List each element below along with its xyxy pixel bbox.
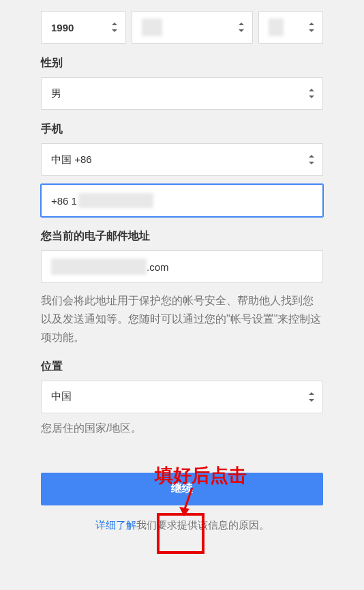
learn-more-link[interactable]: 详细了解 [95,519,136,531]
location-select[interactable]: 中国 [41,381,323,413]
censored-placeholder [142,18,162,36]
updown-icon [309,89,314,98]
svg-marker-1 [179,507,189,516]
phone-label: 手机 [41,122,323,136]
gender-value: 男 [51,87,61,100]
birth-year-select[interactable]: 1990 [41,11,126,44]
location-value: 中国 [51,390,72,403]
birth-day-select[interactable] [258,11,323,44]
censored-placeholder [269,18,284,36]
continue-button[interactable]: 继续 [41,473,323,505]
updown-icon [239,23,244,32]
phone-country-select[interactable]: 中国 +86 [41,143,323,176]
censored-placeholder [78,193,153,208]
email-input[interactable]: .com [41,250,323,283]
phone-number-input[interactable]: +86 1 [41,184,323,217]
phone-country-value: 中国 +86 [51,153,92,166]
updown-icon [309,392,314,402]
updown-icon [309,155,314,164]
continue-label: 继续 [171,482,193,494]
location-help-text: 您居住的国家/地区。 [41,419,323,437]
bottom-info-rest: 我们要求提供该信息的原因。 [136,519,269,531]
email-label: 您当前的电子邮件地址 [41,229,323,244]
birth-month-select[interactable] [132,11,253,44]
bottom-info: 详细了解我们要求提供该信息的原因。 [41,519,323,532]
email-suffix: .com [147,261,169,273]
updown-icon [309,23,314,32]
updown-icon [112,23,117,32]
location-label: 位置 [41,359,323,374]
gender-label: 性别 [41,56,323,70]
birth-year-value: 1990 [51,22,74,33]
censored-placeholder [51,259,147,275]
email-help-text: 我们会将此地址用于保护您的帐号安全、帮助他人找到您以及发送通知等。您随时可以通过… [41,291,323,347]
phone-prefix: +86 1 [51,195,77,207]
gender-select[interactable]: 男 [41,77,323,110]
